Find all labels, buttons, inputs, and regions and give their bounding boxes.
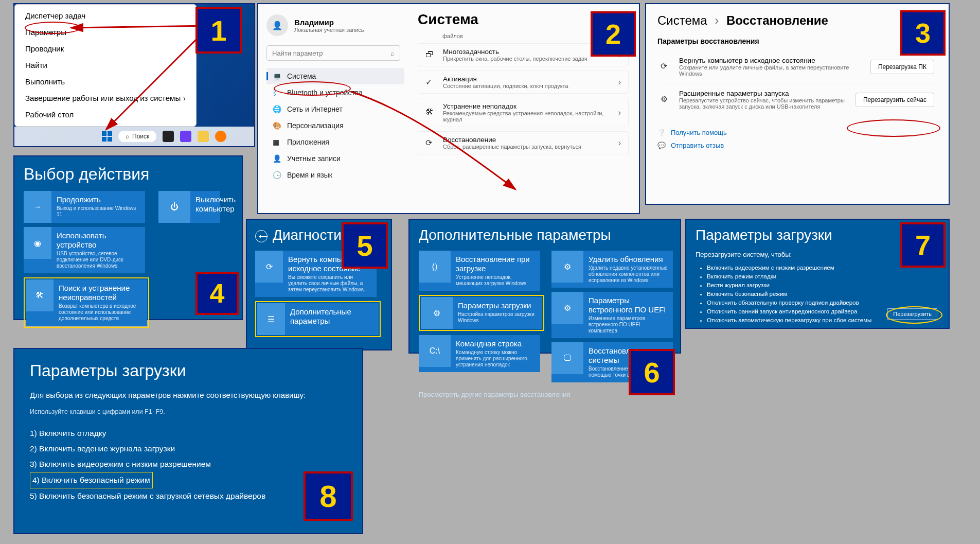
feedback-link[interactable]: 💬Отправить отзыв (657, 139, 937, 152)
reset-pc-button[interactable]: Перезагрузка ПК (870, 60, 934, 74)
restore-icon: 🖵 (551, 342, 583, 374)
taskbar-icon-chat[interactable] (180, 131, 191, 142)
network-icon: 🌐 (273, 105, 281, 113)
tile-uninstall-updates[interactable]: ⚙Удалить обновленияУдалить недавно устан… (551, 251, 673, 288)
reset-icon: ⟳ (661, 61, 672, 73)
power-icon: ⏻ (158, 191, 190, 223)
nav-apps[interactable]: ▦Приложения (266, 134, 404, 150)
re-heading: Дополнительные параметры (419, 227, 671, 243)
disc-icon: ◉ (24, 227, 51, 259)
recovery-reset-row: ⟳ Вернуть компьютер в исходное состояние… (657, 50, 937, 83)
list-icon: ☰ (257, 303, 285, 335)
breadcrumb-leaf: Восстановление (726, 13, 828, 27)
list-item: 4) Включить безопасный режим (30, 472, 347, 488)
highlight-startup-settings: ⚙Параметры загрузкиНастройка параметров … (419, 295, 544, 331)
step-badge-6: 6 (629, 349, 675, 395)
start-context-menu: Диспетчер задач Параметры Проводник Найт… (14, 4, 197, 127)
list-item: 3) Включить видеорежим с низким разрешен… (30, 457, 347, 472)
startup-repair-icon: ⟨⟩ (419, 251, 451, 283)
settings-nav: 💻Система ᛒBluetooth и устройства 🌐Сеть и… (266, 68, 404, 183)
breadcrumb: Система › Восстановление (657, 13, 937, 28)
taskbar-search[interactable]: ⌕Поиск (118, 131, 156, 142)
recovery-icon: ⟳ (425, 138, 436, 148)
list-item: 2) Включить ведение журнала загрузки (30, 441, 347, 457)
highlight-safe-mode: 4) Включить безопасный режим (30, 472, 153, 488)
back-button[interactable]: ← (255, 230, 268, 242)
tile-poweroff[interactable]: ⏻ Выключить компьютер (158, 191, 220, 223)
step-badge-8: 8 (304, 471, 353, 521)
list-item: 5) Включить безопасный режим с загрузкой… (30, 488, 347, 504)
tile-cmd[interactable]: C:\Командная строкаКомандную строку можн… (419, 335, 540, 372)
personalization-icon: 🎨 (273, 121, 281, 130)
taskbar-icon-firefox[interactable] (215, 131, 226, 142)
taskbar-icon-taskview[interactable] (163, 131, 174, 142)
re-heading: Выбор действия (24, 165, 233, 184)
tile-continue[interactable]: → ПродолжитьВыход и использование Window… (24, 191, 145, 223)
avatar-icon: 👤 (266, 14, 288, 36)
feedback-icon: 💬 (657, 142, 666, 149)
start-button[interactable] (102, 131, 112, 142)
nav-personalization[interactable]: 🎨Персонализация (266, 117, 404, 134)
nav-time[interactable]: 🕓Время и язык (266, 167, 404, 183)
gear-icon: ⚙ (551, 251, 583, 283)
highlight-advanced: ☰ Дополнительные параметры (255, 301, 381, 337)
chevron-right-icon: › (618, 108, 621, 117)
tile-use-device[interactable]: ◉ Использовать устройствоUSB-устройство,… (24, 227, 145, 273)
menu-item-run[interactable]: Выполнить (15, 74, 196, 90)
step-badge-7: 7 (900, 222, 946, 268)
panel-6-advanced-options: Дополнительные параметры ⟨⟩Восстановлени… (408, 219, 681, 354)
multitask-icon: 🗗 (425, 50, 436, 60)
nav-accounts[interactable]: 👤Учетные записи (266, 150, 404, 167)
footer-links: ❔Получить помощь 💬Отправить отзыв (657, 126, 937, 152)
hint-text: Используйте клавиши с цифрами или F1–F9. (30, 408, 347, 415)
menu-item-settings[interactable]: Параметры (15, 24, 196, 41)
tile-troubleshoot[interactable]: 🛠 Поиск и устранение неисправностейВозвр… (26, 279, 147, 326)
uefi-icon: ⚙ (551, 292, 583, 324)
menu-item-shutdown[interactable]: Завершение работы или выход из системы› (15, 90, 196, 107)
breadcrumb-root[interactable]: Система (657, 13, 707, 27)
bluetooth-icon: ᛒ (273, 89, 281, 97)
menu-item-taskmgr[interactable]: Диспетчер задач (15, 8, 196, 24)
chevron-right-icon: › (618, 138, 621, 148)
nav-system[interactable]: 💻Система (266, 68, 404, 84)
settings-search-input[interactable]: Найти параметр ⌕ (266, 45, 400, 61)
step-badge-4: 4 (195, 272, 239, 315)
list-item: Включить режим отладки (707, 272, 939, 281)
nav-network[interactable]: 🌐Сеть и Интернет (266, 101, 404, 117)
chevron-right-icon: › (183, 94, 186, 103)
tile-startup-repair[interactable]: ⟨⟩Восстановление при загрузкеУстранение … (419, 251, 540, 291)
tile-uefi[interactable]: ⚙Параметры встроенного ПО UEFIИзменение … (551, 292, 673, 338)
panel-2-settings-system: 👤 Владимир Локальная учетная запись Найт… (257, 3, 640, 214)
time-icon: 🕓 (273, 171, 281, 179)
search-placeholder: Найти параметр (272, 49, 323, 57)
list-item: 1) Включить отладку (30, 426, 347, 441)
menu-item-desktop[interactable]: Рабочий стол (15, 107, 196, 123)
advanced-startup-icon: ⚙ (661, 94, 672, 106)
help-link[interactable]: ❔Получить помощь (657, 126, 937, 139)
apps-icon: ▦ (273, 138, 281, 146)
card-troubleshoot[interactable]: 🛠 Устранение неполадокРекомендуемые сред… (418, 98, 629, 127)
step-badge-5: 5 (342, 222, 388, 269)
chevron-right-icon: › (618, 78, 621, 87)
gear-icon: ⚙ (421, 297, 453, 329)
page-title: Параметры загрузки (30, 361, 347, 380)
recovery-advanced-startup-row: ⚙ Расширенные параметры запускаПерезапус… (657, 83, 937, 116)
reset-icon: ⟳ (255, 251, 283, 283)
taskbar-icon-explorer[interactable] (198, 131, 209, 142)
menu-item-search[interactable]: Найти (15, 57, 196, 74)
list-item: Включить безопасный режим (707, 290, 939, 299)
user-block: 👤 Владимир Локальная учетная запись (266, 14, 404, 36)
list-item: Вести журнал загрузки (707, 281, 939, 290)
restart-button[interactable]: Перезагрузить (887, 308, 937, 320)
card-activation[interactable]: ✓ АктивацияСостояние активации, подписки… (418, 71, 629, 94)
arrow-right-icon: → (24, 191, 51, 223)
section-heading: Параметры восстановления (657, 37, 937, 45)
tools-icon: 🛠 (26, 279, 54, 311)
restart-now-button[interactable]: Перезагрузить сейчас (856, 93, 934, 107)
nav-bluetooth[interactable]: ᛒBluetooth и устройства (266, 84, 404, 101)
menu-item-explorer[interactable]: Проводник (15, 41, 196, 57)
card-recovery[interactable]: ⟳ ВосстановлениеСброс, расширенные парам… (418, 131, 629, 154)
tile-startup-settings[interactable]: ⚙Параметры загрузкиНастройка параметров … (421, 297, 542, 329)
tile-advanced-options[interactable]: ☰ Дополнительные параметры (257, 303, 379, 335)
highlight-troubleshoot: 🛠 Поиск и устранение неисправностейВозвр… (24, 277, 149, 328)
